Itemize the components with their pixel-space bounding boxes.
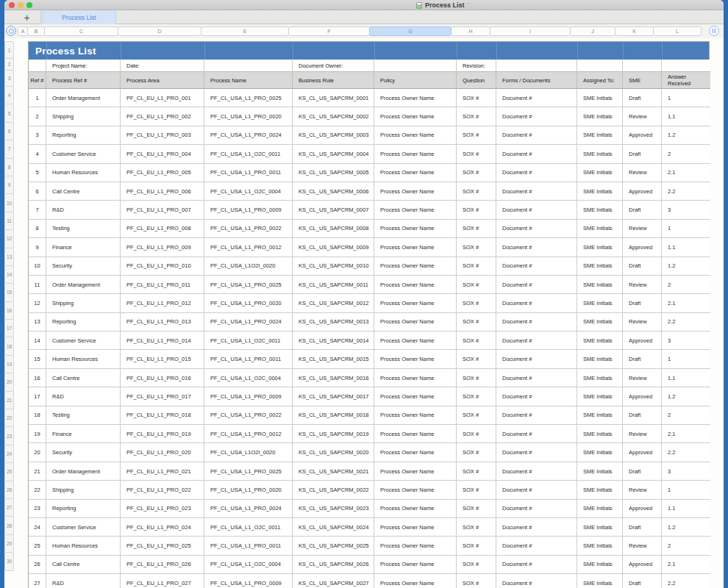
meta-cell-policy[interactable]: [374, 60, 457, 72]
cell-answer_received[interactable]: 2: [662, 276, 710, 294]
cell-process_ref[interactable]: Human Resources: [46, 537, 121, 555]
cell-ref[interactable]: 26: [29, 556, 46, 574]
cell-assigned_to[interactable]: SME Initials: [577, 107, 623, 126]
cell-process_area[interactable]: PF_CL_EU_L1_PRO_007: [121, 201, 204, 219]
cell-business_rule[interactable]: KS_CL_US_SAPCRM_0026: [293, 556, 374, 574]
cell-policy[interactable]: Process Owner Name: [374, 406, 457, 425]
cell-ref[interactable]: 9: [29, 238, 46, 257]
cell-process_area[interactable]: PF_CL_EU_L1_PRO_025: [121, 537, 204, 555]
cell-forms_documents[interactable]: Document #: [496, 182, 577, 201]
cell-question[interactable]: SOX #: [457, 350, 496, 368]
column-header-L[interactable]: L: [653, 26, 702, 36]
cell-sme[interactable]: Draft: [623, 518, 662, 537]
cell-sme[interactable]: Review: [623, 164, 662, 182]
cell-policy[interactable]: Process Owner Name: [374, 443, 457, 462]
cell-process_area[interactable]: PF_CL_EU_L1_PRO_002: [121, 107, 204, 126]
row-number-25[interactable]: 25: [4, 462, 14, 481]
cell-business_rule[interactable]: KS_CL_US_SAPCRM_0002: [293, 107, 374, 126]
cell-policy[interactable]: Process Owner Name: [374, 294, 457, 312]
zoom-button[interactable]: [26, 2, 32, 8]
cell-policy[interactable]: Process Owner Name: [374, 350, 457, 368]
cell-process_name[interactable]: PF_CL_USA_L1_PRO_0024: [204, 500, 293, 518]
cell-question[interactable]: SOX #: [457, 276, 496, 294]
row-number-10[interactable]: 10: [4, 193, 14, 212]
row-number-26[interactable]: 26: [4, 481, 14, 499]
cell-forms_documents[interactable]: Document #: [496, 574, 577, 588]
cell-question[interactable]: SOX #: [457, 238, 496, 257]
table-handle-icon[interactable]: [6, 26, 16, 36]
minimize-button[interactable]: [18, 2, 24, 8]
cell-process_area[interactable]: PF_CL_EU_L1_PRO_015: [121, 350, 204, 368]
cell-ref[interactable]: 23: [29, 500, 46, 518]
cell-process_ref[interactable]: Reporting: [46, 500, 121, 518]
cell-policy[interactable]: Process Owner Name: [374, 107, 457, 126]
column-header-cell-answer_received[interactable]: Answer Received: [662, 72, 710, 89]
cell-process_ref[interactable]: Finance: [46, 425, 121, 443]
cell-policy[interactable]: Process Owner Name: [374, 481, 457, 499]
row-number-12[interactable]: 12: [4, 229, 14, 248]
cell-ref[interactable]: 15: [29, 350, 46, 368]
cell-question[interactable]: SOX #: [457, 126, 496, 145]
cell-process_ref[interactable]: Shipping: [46, 294, 121, 312]
cell-sme[interactable]: Draft: [623, 201, 662, 219]
cell-forms_documents[interactable]: Document #: [496, 331, 577, 350]
row-number-30[interactable]: 30: [4, 552, 14, 570]
cell-assigned_to[interactable]: SME Initials: [577, 481, 623, 499]
cell-process_ref[interactable]: R&D: [46, 574, 121, 588]
cell-forms_documents[interactable]: Document #: [496, 369, 577, 387]
cell-answer_received[interactable]: 3: [662, 331, 710, 350]
meta-cell-forms_documents[interactable]: [496, 60, 577, 72]
cell-process_area[interactable]: PF_CL_EU_L1_PRO_012: [121, 294, 204, 312]
cell-sme[interactable]: Draft: [623, 350, 662, 368]
cell-policy[interactable]: Process Owner Name: [374, 89, 457, 107]
cell-ref[interactable]: 14: [29, 331, 46, 350]
cell-sme[interactable]: Review: [623, 220, 662, 238]
cell-ref[interactable]: 20: [29, 443, 46, 462]
cell-process_name[interactable]: PF_CL_USA_L1O2I_0020: [204, 443, 293, 462]
cell-process_name[interactable]: PF_CL_USA_L1_PRO_0009: [204, 201, 293, 219]
cell-process_ref[interactable]: Call Centre: [46, 556, 121, 574]
cell-question[interactable]: SOX #: [457, 107, 496, 126]
cell-forms_documents[interactable]: Document #: [496, 313, 577, 331]
column-header-cell-sme[interactable]: SME: [623, 72, 662, 89]
column-header-cell-process_name[interactable]: Process Name: [204, 72, 293, 89]
cell-process_area[interactable]: PF_CL_EU_L1_PRO_016: [121, 369, 204, 387]
column-header-I[interactable]: I: [490, 26, 571, 36]
cell-forms_documents[interactable]: Document #: [496, 425, 577, 443]
cell-assigned_to[interactable]: SME Initials: [577, 556, 623, 574]
cell-answer_received[interactable]: 3: [662, 201, 710, 219]
cell-question[interactable]: SOX #: [457, 518, 496, 537]
cell-business_rule[interactable]: KS_CL_US_SAPCRM_0006: [293, 182, 374, 201]
cell-assigned_to[interactable]: SME Initials: [577, 350, 623, 368]
cell-process_ref[interactable]: Reporting: [46, 313, 121, 331]
cell-answer_received[interactable]: 2.2: [662, 443, 710, 462]
column-header-E[interactable]: E: [201, 26, 289, 36]
cell-process_name[interactable]: PF_CL_USA_L1_O2C_0011: [204, 518, 293, 537]
row-number-23[interactable]: 23: [4, 426, 14, 445]
cell-forms_documents[interactable]: Document #: [496, 238, 577, 257]
cell-answer_received[interactable]: 2.1: [662, 294, 710, 312]
cell-assigned_to[interactable]: SME Initials: [577, 220, 623, 238]
cell-assigned_to[interactable]: SME Initials: [577, 164, 623, 182]
cell-forms_documents[interactable]: Document #: [496, 201, 577, 219]
cell-ref[interactable]: 16: [29, 369, 46, 387]
cell-sme[interactable]: Approved: [623, 126, 662, 145]
cell-sme[interactable]: Review: [623, 107, 662, 126]
cell-answer_received[interactable]: 1.1: [662, 369, 710, 387]
row-number-29[interactable]: 29: [4, 534, 14, 553]
row-number-18[interactable]: 18: [4, 337, 14, 355]
cell-process_name[interactable]: PF_CL_USA_L1_PRO_0024: [204, 126, 293, 145]
cell-process_ref[interactable]: Customer Service: [46, 331, 121, 350]
cell-process_ref[interactable]: Shipping: [46, 481, 121, 499]
tab-process-list[interactable]: Process List: [42, 10, 116, 24]
cell-sme[interactable]: Draft: [623, 145, 662, 163]
cell-question[interactable]: SOX #: [457, 220, 496, 238]
cell-forms_documents[interactable]: Document #: [496, 107, 577, 126]
cell-business_rule[interactable]: KS_CL_US_SAPCRM_0016: [293, 369, 374, 387]
cell-process_ref[interactable]: Human Resources: [46, 350, 121, 368]
cell-business_rule[interactable]: KS_CL_US_SAPCRM_0008: [293, 220, 374, 238]
cell-business_rule[interactable]: KS_CL_US_SAPCRM_0011: [293, 276, 374, 294]
cell-sme[interactable]: Approved: [623, 443, 662, 462]
cell-process_name[interactable]: PF_CL_USA_L1_PRO_0011: [204, 537, 293, 555]
cell-assigned_to[interactable]: SME Initials: [577, 182, 623, 201]
